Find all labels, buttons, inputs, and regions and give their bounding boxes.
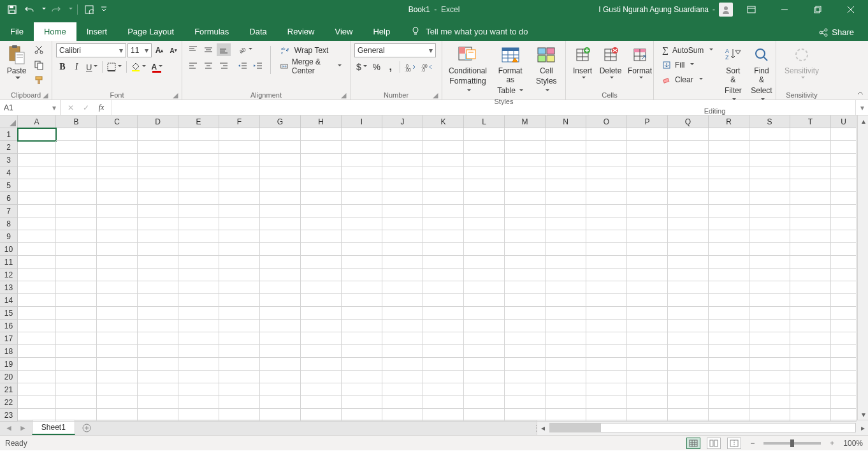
cell[interactable] — [790, 256, 831, 269]
cell[interactable] — [342, 409, 382, 422]
font-name-combo[interactable]: Calibri▾ — [56, 43, 126, 57]
cell[interactable] — [546, 320, 586, 332]
cell[interactable] — [382, 269, 423, 281]
column-header[interactable]: C — [97, 115, 138, 128]
cell[interactable] — [790, 294, 831, 307]
cell[interactable] — [342, 383, 382, 396]
cell[interactable] — [709, 281, 749, 294]
cell[interactable] — [709, 141, 749, 154]
cell[interactable] — [790, 154, 831, 166]
cell[interactable] — [668, 166, 709, 179]
comma-format-icon[interactable]: , — [384, 61, 397, 73]
cell[interactable] — [749, 307, 790, 320]
cut-icon[interactable] — [32, 43, 46, 56]
cell[interactable] — [260, 371, 301, 383]
cell[interactable] — [138, 230, 178, 243]
name-box[interactable]: A1▾ — [0, 100, 61, 115]
column-header[interactable]: Q — [668, 115, 709, 128]
cell[interactable] — [464, 281, 505, 294]
align-left-icon[interactable] — [186, 59, 200, 72]
clear-button[interactable]: Clear — [658, 73, 718, 87]
cell[interactable] — [18, 141, 56, 154]
cell[interactable] — [505, 281, 546, 294]
cell[interactable] — [586, 383, 627, 396]
cell[interactable] — [301, 166, 342, 179]
cell[interactable] — [18, 396, 56, 409]
cell[interactable] — [260, 320, 301, 332]
cell[interactable] — [301, 128, 342, 141]
cell[interactable] — [423, 371, 464, 383]
cell[interactable] — [790, 205, 831, 218]
collapse-ribbon-icon[interactable] — [857, 89, 864, 97]
column-header[interactable]: K — [423, 115, 464, 128]
cell[interactable] — [423, 396, 464, 409]
vscroll-track[interactable] — [858, 126, 868, 409]
cell[interactable] — [219, 294, 260, 307]
cell[interactable] — [138, 409, 178, 422]
cell[interactable] — [627, 281, 668, 294]
column-header[interactable]: L — [464, 115, 505, 128]
cell[interactable] — [749, 128, 790, 141]
cell[interactable] — [342, 154, 382, 166]
cell[interactable] — [831, 205, 857, 218]
row-header[interactable]: 3 — [0, 154, 17, 166]
cell[interactable] — [382, 294, 423, 307]
cell[interactable] — [178, 141, 219, 154]
cell[interactable] — [18, 383, 56, 396]
cell[interactable] — [749, 409, 790, 422]
cell[interactable] — [749, 154, 790, 166]
cell[interactable] — [668, 294, 709, 307]
cell[interactable] — [260, 307, 301, 320]
column-header[interactable]: D — [138, 115, 178, 128]
cell[interactable] — [219, 179, 260, 192]
cell[interactable] — [56, 256, 97, 269]
cell[interactable] — [546, 243, 586, 256]
cell[interactable] — [668, 345, 709, 358]
avatar[interactable] — [719, 3, 733, 17]
row-header[interactable]: 15 — [0, 307, 17, 320]
cell[interactable] — [546, 294, 586, 307]
row-header[interactable]: 5 — [0, 179, 17, 192]
cell[interactable] — [749, 383, 790, 396]
cell[interactable] — [668, 409, 709, 422]
cell[interactable] — [505, 320, 546, 332]
cell[interactable] — [97, 218, 138, 230]
cell[interactable] — [586, 307, 627, 320]
cell[interactable] — [546, 332, 586, 345]
cell[interactable] — [138, 345, 178, 358]
cell[interactable] — [178, 179, 219, 192]
cell[interactable] — [219, 141, 260, 154]
cell[interactable] — [219, 256, 260, 269]
cell[interactable] — [342, 396, 382, 409]
cell[interactable] — [138, 396, 178, 409]
cell[interactable] — [668, 307, 709, 320]
cell[interactable] — [301, 371, 342, 383]
cell[interactable] — [546, 256, 586, 269]
wrap-text-button[interactable]: abcWrap Text — [276, 43, 346, 57]
save-icon[interactable] — [5, 3, 19, 17]
cell[interactable] — [423, 141, 464, 154]
cell[interactable] — [301, 320, 342, 332]
cell[interactable] — [668, 281, 709, 294]
cell[interactable] — [749, 243, 790, 256]
conditional-formatting-button[interactable]: ConditionalFormatting — [446, 43, 489, 96]
cell[interactable] — [97, 141, 138, 154]
cell[interactable] — [627, 269, 668, 281]
cell[interactable] — [627, 396, 668, 409]
cell[interactable] — [423, 154, 464, 166]
cell[interactable] — [97, 128, 138, 141]
cell[interactable] — [56, 320, 97, 332]
column-header[interactable]: U — [831, 115, 857, 128]
touch-mode-icon[interactable] — [82, 3, 96, 17]
cell[interactable] — [178, 383, 219, 396]
cell[interactable] — [464, 409, 505, 422]
cell[interactable] — [56, 269, 97, 281]
page-break-view-icon[interactable] — [727, 438, 741, 449]
cell[interactable] — [97, 396, 138, 409]
cell[interactable] — [586, 128, 627, 141]
cell[interactable] — [97, 154, 138, 166]
row-header[interactable]: 13 — [0, 281, 17, 294]
scroll-right-icon[interactable]: ▸ — [857, 422, 868, 433]
cell[interactable] — [260, 345, 301, 358]
font-color-icon[interactable]: A — [149, 61, 164, 73]
